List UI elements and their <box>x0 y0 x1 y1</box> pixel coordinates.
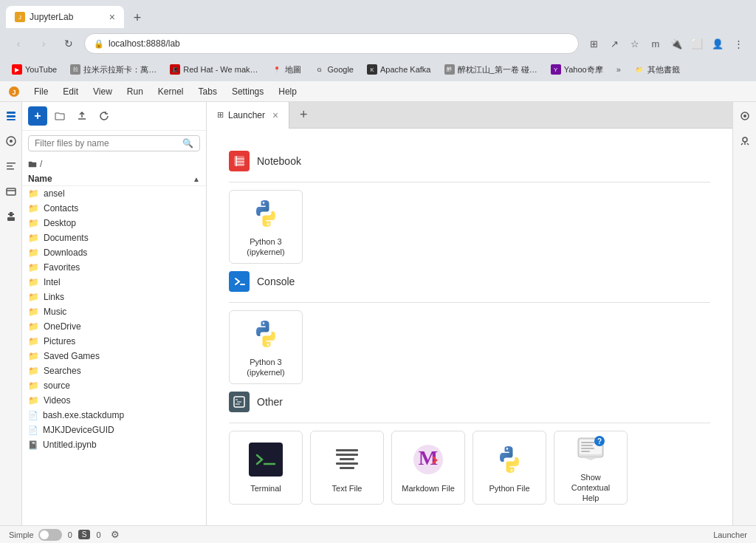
bookmark-folder[interactable]: 📁 其他書籤 <box>628 63 686 77</box>
bookmark-yahoo[interactable]: Y Yahoo奇摩 <box>545 63 609 77</box>
tab-close-btn[interactable]: × <box>109 12 115 22</box>
extension-icon[interactable]: 🔌 <box>667 35 685 52</box>
share-icon[interactable]: ↗ <box>605 35 623 52</box>
debugger-icon[interactable] <box>737 133 753 149</box>
file-browser-icon[interactable] <box>3 108 19 124</box>
menu-tabs[interactable]: Tabs <box>193 85 223 98</box>
svg-rect-7 <box>7 163 16 164</box>
bookmark-ramen[interactable]: 拉 拉米示拉斯卡：萬… <box>64 63 162 77</box>
file-item-onedrive[interactable]: 📁 OneDrive <box>22 319 206 334</box>
folder-icon: 📁 <box>28 188 39 199</box>
file-name: Contacts <box>44 203 78 214</box>
file-item-links[interactable]: 📁 Links <box>22 290 206 304</box>
file-name: Favorites <box>44 262 80 273</box>
more-bookmarks[interactable]: » <box>611 64 627 75</box>
file-item-desktop[interactable]: 📁 Desktop <box>22 216 206 230</box>
menu-icon[interactable]: ⋮ <box>729 35 747 52</box>
menu-kernel[interactable]: Kernel <box>152 85 190 98</box>
menu-help[interactable]: Help <box>272 85 303 98</box>
svg-rect-24 <box>581 442 596 443</box>
bookmark-icon[interactable]: ☆ <box>626 35 644 52</box>
mem-saver-icon[interactable]: m <box>647 35 664 52</box>
menu-file[interactable]: File <box>28 85 54 98</box>
new-launcher-button[interactable]: + <box>28 106 47 126</box>
file-item-pictures[interactable]: 📁 Pictures <box>22 334 206 349</box>
svg-point-32 <box>743 137 747 142</box>
tab-strip: ⊞ Launcher × + <box>207 102 732 129</box>
file-item-mjkj[interactable]: 📄 MJKJDeviceGUID <box>22 423 206 437</box>
menu-view[interactable]: View <box>87 85 118 98</box>
commands-icon[interactable] <box>3 158 19 174</box>
file-icon: 📄 <box>28 411 38 420</box>
address-bar[interactable]: 🔒 localhost:8888/lab <box>84 33 579 54</box>
file-item-searches[interactable]: 📁 Searches <box>22 363 206 378</box>
bookmark-novel[interactable]: 醉 醉枕江山_第一卷 碰… <box>439 63 543 77</box>
file-name: ansel <box>44 188 65 199</box>
file-search-input[interactable] <box>35 138 178 148</box>
yahoo-favicon: Y <box>551 64 561 75</box>
folder-icon: 📁 <box>28 262 39 273</box>
terminal-card[interactable]: Terminal <box>229 431 303 505</box>
running-sessions-icon[interactable] <box>3 133 19 149</box>
svg-point-16 <box>267 344 269 345</box>
folder-icon: 📁 <box>28 203 39 214</box>
contextual-help-card[interactable]: ? Show Contextual Help <box>554 431 628 505</box>
menu-settings[interactable]: Settings <box>226 85 269 98</box>
back-button[interactable]: ‹ <box>9 34 28 53</box>
bookmark-redhat[interactable]: 🎩 Red Hat - We mak… <box>164 63 264 76</box>
file-item-notebook[interactable]: 📓 Untitled.ipynb <box>22 437 206 452</box>
tabs-icon[interactable] <box>3 183 19 199</box>
translate-icon[interactable]: ⊞ <box>585 35 602 52</box>
python3-notebook-card[interactable]: Python 3(ipykernel) <box>229 190 303 264</box>
profile-icon[interactable]: 👤 <box>709 35 726 52</box>
text-file-card[interactable]: Text File <box>310 431 384 505</box>
refresh-button[interactable]: ↻ <box>59 34 78 53</box>
sort-icon[interactable]: ▲ <box>193 175 200 183</box>
bookmark-label: 拉米示拉斯卡：萬… <box>83 64 157 75</box>
python3-console-card[interactable]: Python 3(ipykernel) <box>229 310 303 384</box>
bookmark-google[interactable]: G Google <box>309 63 360 76</box>
file-item-documents[interactable]: 📁 Documents <box>22 230 206 245</box>
file-item-contacts[interactable]: 📁 Contacts <box>22 201 206 216</box>
python3-notebook-icon <box>248 197 284 230</box>
sidebar-icon[interactable]: ⬜ <box>688 35 706 52</box>
notebook-divider <box>229 182 710 182</box>
menu-edit[interactable]: Edit <box>57 85 84 98</box>
simple-toggle-track[interactable] <box>38 529 62 541</box>
status-counter1: 0 <box>68 530 72 539</box>
file-item-bash[interactable]: 📄 bash.exe.stackdump <box>22 408 206 423</box>
launcher-tab-close[interactable]: × <box>272 109 278 121</box>
file-item-favorites[interactable]: 📁 Favorites <box>22 260 206 275</box>
file-search-bar[interactable]: 🔍 <box>28 135 200 151</box>
menu-run[interactable]: Run <box>121 85 149 98</box>
extension-manager-icon[interactable] <box>3 208 19 225</box>
upload-button[interactable] <box>72 106 92 126</box>
file-item-savedgames[interactable]: 📁 Saved Games <box>22 349 206 363</box>
markdown-file-icon: M <box>410 442 446 477</box>
file-item-videos[interactable]: 📁 Videos <box>22 393 206 408</box>
file-item-intel[interactable]: 📁 Intel <box>22 275 206 290</box>
property-inspector-icon[interactable] <box>737 108 753 124</box>
markdown-file-card[interactable]: M Markdown File <box>391 431 465 505</box>
refresh-button[interactable] <box>94 106 114 126</box>
add-content-tab-button[interactable]: + <box>292 104 315 126</box>
forward-button[interactable]: › <box>34 34 53 53</box>
new-tab-button[interactable]: + <box>127 7 148 28</box>
new-folder-button[interactable] <box>50 106 69 126</box>
bookmark-kafka[interactable]: K Apache Kafka <box>361 63 437 76</box>
status-settings-icon[interactable]: ⚙ <box>107 527 123 543</box>
bookmark-maps[interactable]: 📍 地圖 <box>266 63 307 77</box>
python-file-card[interactable]: Python File <box>472 431 546 505</box>
other-section-header: Other <box>229 392 710 412</box>
file-item-source[interactable]: 📁 source <box>22 378 206 393</box>
file-item-ansel[interactable]: 📁 ansel <box>22 186 206 201</box>
browser-tab[interactable]: J JupyterLab × <box>6 6 124 28</box>
file-item-music[interactable]: 📁 Music <box>22 304 206 319</box>
address-text: localhost:8888/lab <box>109 38 569 49</box>
file-name: Intel <box>44 277 61 287</box>
file-icon: 📄 <box>28 426 38 435</box>
file-item-downloads[interactable]: 📁 Downloads <box>22 245 206 260</box>
launcher-tab[interactable]: ⊞ Launcher × <box>207 102 289 129</box>
jupyterlab-app: J File Edit View Run Kernel Tabs Setting… <box>0 81 756 543</box>
bookmark-youtube[interactable]: ▶ YouTube <box>6 63 63 76</box>
